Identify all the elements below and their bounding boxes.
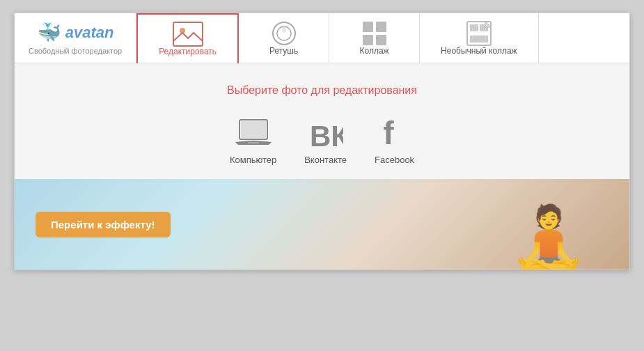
- source-computer[interactable]: Компьютер: [230, 118, 276, 165]
- unusual-tab-icon: [464, 21, 494, 46]
- select-photo-title: Выберите фото для редактирования: [227, 84, 417, 97]
- facebook-icon: f: [377, 114, 412, 149]
- svg-rect-7: [363, 35, 373, 45]
- svg-point-2: [273, 22, 295, 45]
- computer-icon: [235, 118, 272, 149]
- svg-rect-14: [241, 121, 266, 138]
- svg-rect-12: [470, 36, 488, 42]
- collage-tab-label: Коллаж: [359, 46, 388, 56]
- collage-tab-icon: [359, 21, 390, 46]
- nav-bar: 🐳 avatan Свободный фоторедактор Редактир…: [15, 13, 629, 63]
- source-facebook[interactable]: f Facebook: [375, 114, 414, 165]
- tab-collage[interactable]: Коллаж: [329, 13, 420, 63]
- svg-text:f: f: [383, 115, 394, 149]
- effect-button[interactable]: Перейти к эффекту!: [36, 212, 171, 237]
- svg-text:ВК: ВК: [310, 121, 343, 149]
- logo-text: avatan: [65, 24, 114, 42]
- tab-retouch[interactable]: Ретушь: [239, 13, 329, 63]
- vk-icon: ВК: [308, 121, 343, 149]
- bottom-section: Перейти к эффекту! 🧘: [15, 179, 629, 270]
- retouch-tab-label: Ретушь: [269, 46, 298, 56]
- person-illustration: 🧘: [510, 207, 588, 270]
- retouch-tab-icon: [269, 21, 299, 46]
- svg-rect-5: [363, 22, 373, 32]
- svg-rect-10: [470, 24, 478, 31]
- computer-label: Компьютер: [230, 155, 276, 165]
- source-options: Компьютер ВК Вконтакте f Facebook: [230, 114, 414, 165]
- tab-unusual[interactable]: Необычный коллаж: [420, 13, 539, 63]
- tab-edit[interactable]: Редактировать: [136, 13, 239, 63]
- edit-tab-icon: [173, 22, 203, 47]
- edit-tab-label: Редактировать: [159, 47, 217, 56]
- svg-rect-6: [376, 22, 386, 32]
- facebook-label: Facebook: [375, 155, 414, 165]
- main-content: Выберите фото для редактирования Компьют…: [15, 63, 629, 179]
- app-container: 🐳 avatan Свободный фоторедактор Редактир…: [14, 13, 630, 270]
- unusual-tab-label: Необычный коллаж: [441, 46, 517, 56]
- vk-label: Вконтакте: [304, 155, 347, 165]
- whale-icon: 🐳: [37, 21, 61, 44]
- logo: 🐳 avatan Свободный фоторедактор: [15, 13, 136, 63]
- logo-subtitle: Свободный фоторедактор: [29, 47, 122, 55]
- svg-point-4: [282, 26, 286, 33]
- svg-rect-0: [173, 22, 203, 46]
- svg-rect-15: [248, 142, 259, 143]
- source-vk[interactable]: ВК Вконтакте: [304, 121, 347, 165]
- svg-rect-8: [376, 35, 386, 45]
